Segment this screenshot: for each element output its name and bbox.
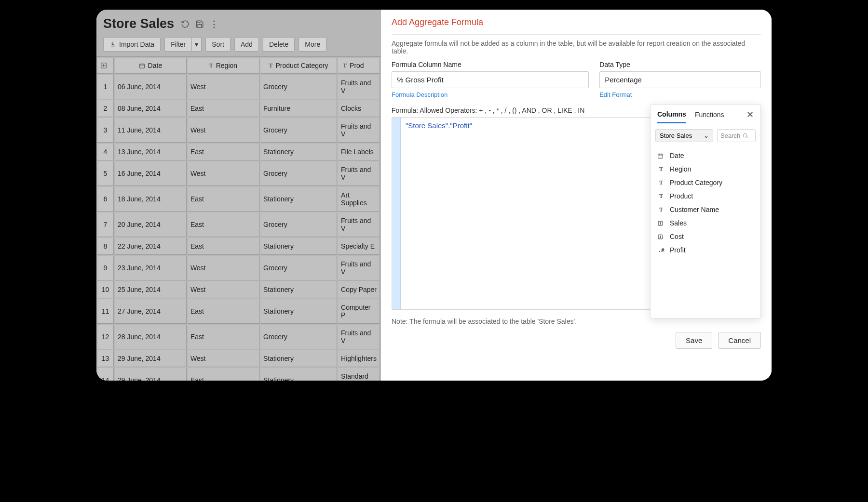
cell-region[interactable]: West xyxy=(188,118,259,143)
cell-date[interactable]: 23 June, 2014 xyxy=(115,256,187,280)
column-item[interactable]: Date xyxy=(653,149,758,162)
cell-category[interactable]: Grocery xyxy=(260,118,337,143)
col-region-header[interactable]: Region xyxy=(216,62,237,69)
table-source-select[interactable]: Store Sales ⌄ xyxy=(655,129,713,142)
more-button[interactable]: More xyxy=(298,37,326,52)
cell-region[interactable]: East xyxy=(188,187,259,211)
data-grid[interactable]: Date TRegion TProduct Category TProd 106… xyxy=(96,56,381,381)
cell-product[interactable]: Highlighters xyxy=(338,350,380,367)
table-row[interactable]: 923 June, 2014WestGroceryFruits and V xyxy=(97,256,380,280)
cell-date[interactable]: 25 June, 2014 xyxy=(115,281,187,298)
cell-date[interactable]: 06 June, 2014 xyxy=(115,75,187,99)
delete-button[interactable]: Delete xyxy=(263,37,295,52)
cell-date[interactable]: 28 June, 2014 xyxy=(115,325,187,349)
cell-region[interactable]: East xyxy=(188,368,259,381)
column-item[interactable]: .#Profit xyxy=(653,243,758,257)
column-search-input[interactable]: Search xyxy=(717,129,756,142)
table-row[interactable]: 822 June, 2014EastStationerySpecialty E xyxy=(97,238,380,255)
cell-region[interactable]: East xyxy=(188,144,259,160)
cell-date[interactable]: 18 June, 2014 xyxy=(115,187,187,211)
cell-date[interactable]: 29 June, 2014 xyxy=(115,350,187,367)
column-item[interactable]: TProduct xyxy=(653,189,758,203)
cell-date[interactable]: 11 June, 2014 xyxy=(115,118,187,143)
cell-region[interactable]: West xyxy=(188,281,259,298)
cell-region[interactable]: East xyxy=(188,238,259,255)
cell-product[interactable]: Fruits and V xyxy=(338,118,380,143)
add-button[interactable]: Add xyxy=(234,37,259,52)
tab-columns[interactable]: Columns xyxy=(657,110,686,123)
table-row[interactable]: 618 June, 2014EastStationeryArt Supplies xyxy=(97,187,380,211)
cell-product[interactable]: Clocks xyxy=(338,100,380,117)
cell-product[interactable]: Art Supplies xyxy=(338,187,380,211)
cell-region[interactable]: West xyxy=(188,161,259,186)
column-item[interactable]: TProduct Category xyxy=(653,176,758,189)
column-item[interactable]: TCustomer Name xyxy=(653,203,758,216)
table-row[interactable]: 720 June, 2014EastGroceryFruits and V xyxy=(97,212,380,237)
cell-region[interactable]: West xyxy=(188,75,259,99)
cell-region[interactable]: West xyxy=(188,350,259,367)
cancel-button[interactable]: Cancel xyxy=(718,332,761,349)
cell-date[interactable]: 22 June, 2014 xyxy=(115,238,187,255)
cell-date[interactable]: 08 June, 2014 xyxy=(115,100,187,117)
cell-category[interactable]: Stationery xyxy=(260,238,337,255)
cell-region[interactable]: East xyxy=(188,100,259,117)
col-category-header[interactable]: Product Category xyxy=(276,62,328,69)
cell-category[interactable]: Grocery xyxy=(260,256,337,280)
column-item[interactable]: Cost xyxy=(653,230,758,243)
cell-region[interactable]: West xyxy=(188,256,259,280)
save-icon[interactable] xyxy=(195,20,204,28)
cell-date[interactable]: 13 June, 2014 xyxy=(115,144,187,160)
cell-category[interactable]: Stationery xyxy=(260,187,337,211)
filter-button[interactable]: Filter xyxy=(164,37,192,52)
edit-format-link[interactable]: Edit Format xyxy=(599,91,632,98)
table-row[interactable]: 1429 June, 2014EastStationeryStandard La xyxy=(97,368,380,381)
save-button[interactable]: Save xyxy=(676,332,712,349)
close-icon[interactable]: ✕ xyxy=(746,109,754,124)
cell-product[interactable]: Fruits and V xyxy=(338,325,380,349)
cell-region[interactable]: East xyxy=(188,212,259,237)
cell-product[interactable]: File Labels xyxy=(338,144,380,160)
column-item[interactable]: Sales xyxy=(653,216,758,230)
filter-dropdown-icon[interactable]: ▾ xyxy=(192,37,202,52)
column-item[interactable]: TRegion xyxy=(653,162,758,176)
cell-product[interactable]: Fruits and V xyxy=(338,256,380,280)
import-button[interactable]: Import Data xyxy=(103,37,161,52)
formula-description-link[interactable]: Formula Description xyxy=(392,91,448,98)
table-row[interactable]: 516 June, 2014WestGroceryFruits and V xyxy=(97,161,380,186)
cell-date[interactable]: 16 June, 2014 xyxy=(115,161,187,186)
cell-category[interactable]: Grocery xyxy=(260,75,337,99)
table-row[interactable]: 1329 June, 2014WestStationeryHighlighter… xyxy=(97,350,380,367)
table-row[interactable]: 1127 June, 2014EastStationeryComputer P xyxy=(97,299,380,324)
cell-date[interactable]: 20 June, 2014 xyxy=(115,212,187,237)
col-date-header[interactable]: Date xyxy=(148,62,163,69)
gear-column-header[interactable] xyxy=(97,58,114,74)
table-row[interactable]: 208 June, 2014EastFurnitureClocks xyxy=(97,100,380,117)
cell-product[interactable]: Fruits and V xyxy=(338,75,380,99)
cell-category[interactable]: Grocery xyxy=(260,161,337,186)
sort-button[interactable]: Sort xyxy=(205,37,231,52)
formula-name-input[interactable] xyxy=(392,71,589,88)
cell-product[interactable]: Copy Paper xyxy=(338,281,380,298)
cell-product[interactable]: Fruits and V xyxy=(338,161,380,186)
cell-category[interactable]: Stationery xyxy=(260,368,337,381)
tab-functions[interactable]: Functions xyxy=(695,111,724,122)
col-product-header[interactable]: Prod xyxy=(350,62,364,69)
cell-product[interactable]: Specialty E xyxy=(338,238,380,255)
data-type-select[interactable] xyxy=(599,71,761,88)
table-row[interactable]: 106 June, 2014WestGroceryFruits and V xyxy=(97,75,380,99)
cell-region[interactable]: East xyxy=(188,299,259,324)
cell-region[interactable]: East xyxy=(188,325,259,349)
cell-category[interactable]: Stationery xyxy=(260,281,337,298)
cell-category[interactable]: Stationery xyxy=(260,350,337,367)
table-row[interactable]: 1025 June, 2014WestStationeryCopy Paper xyxy=(97,281,380,298)
cell-product[interactable]: Fruits and V xyxy=(338,212,380,237)
cell-category[interactable]: Grocery xyxy=(260,325,337,349)
cell-product[interactable]: Standard La xyxy=(338,368,380,381)
cell-product[interactable]: Computer P xyxy=(338,299,380,324)
table-row[interactable]: 1228 June, 2014EastGroceryFruits and V xyxy=(97,325,380,349)
cell-date[interactable]: 29 June, 2014 xyxy=(115,368,187,381)
table-row[interactable]: 311 June, 2014WestGroceryFruits and V xyxy=(97,118,380,143)
refresh-icon[interactable] xyxy=(181,20,190,28)
cell-category[interactable]: Grocery xyxy=(260,212,337,237)
cell-category[interactable]: Stationery xyxy=(260,144,337,160)
